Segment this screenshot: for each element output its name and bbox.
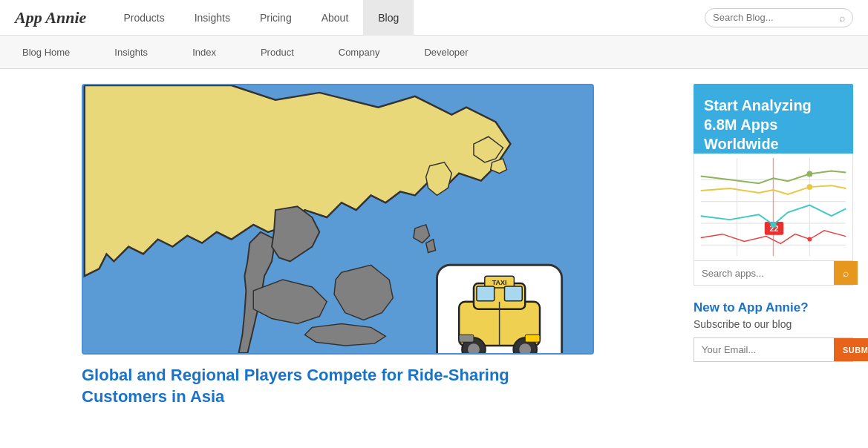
blog-search-wrapper: ⌕ bbox=[705, 8, 853, 27]
top-navigation: App Annie Products Insights Pricing Abou… bbox=[0, 0, 868, 36]
svg-point-25 bbox=[806, 184, 812, 190]
sec-nav-product[interactable]: Product bbox=[253, 47, 301, 58]
svg-text:TAXI: TAXI bbox=[492, 279, 507, 286]
sec-nav-insights[interactable]: Insights bbox=[107, 47, 155, 58]
sidebar-chart: 22 bbox=[694, 154, 853, 261]
nav-links: Products Insights Pricing About Blog bbox=[108, 0, 705, 36]
new-to-section: New to App Annie? Subscribe to our blog … bbox=[694, 300, 853, 362]
app-annie-logo[interactable]: App Annie bbox=[15, 8, 86, 27]
search-icon: ⌕ bbox=[839, 12, 845, 24]
email-subscribe-wrapper: SUBMIT bbox=[694, 337, 853, 362]
sidebar-cta-title: Start Analyzing 6.8M Apps Worldwide bbox=[704, 96, 843, 154]
sidebar-cta: Start Analyzing 6.8M Apps Worldwide bbox=[694, 84, 853, 154]
sec-nav-index[interactable]: Index bbox=[185, 47, 223, 58]
search-apps-input[interactable] bbox=[694, 261, 834, 285]
svg-rect-13 bbox=[525, 335, 540, 342]
sec-nav-developer[interactable]: Developer bbox=[417, 47, 475, 58]
new-to-title: New to App Annie? bbox=[694, 300, 853, 315]
article-section: TAXI Global and Regional Players Compete… bbox=[82, 84, 679, 407]
sidebar: Start Analyzing 6.8M Apps Worldwide 22 bbox=[694, 84, 853, 407]
nav-about[interactable]: About bbox=[307, 0, 364, 36]
svg-point-26 bbox=[771, 222, 777, 228]
svg-point-24 bbox=[806, 171, 812, 177]
svg-rect-7 bbox=[505, 286, 523, 301]
blog-search-input[interactable] bbox=[713, 12, 839, 23]
svg-rect-6 bbox=[477, 286, 495, 301]
nav-insights[interactable]: Insights bbox=[180, 0, 245, 36]
search-apps-button[interactable]: ⌕ bbox=[834, 261, 858, 285]
submit-button[interactable]: SUBMIT bbox=[834, 338, 868, 361]
nav-products[interactable]: Products bbox=[108, 0, 179, 36]
sec-nav-blog-home[interactable]: Blog Home bbox=[15, 47, 77, 58]
nav-pricing[interactable]: Pricing bbox=[245, 0, 307, 36]
secondary-navigation: Blog Home Insights Index Product Company… bbox=[0, 36, 868, 69]
sec-nav-company[interactable]: Company bbox=[331, 47, 388, 58]
search-apps-wrapper: ⌕ bbox=[694, 261, 853, 286]
main-content: TAXI Global and Regional Players Compete… bbox=[0, 69, 868, 422]
svg-point-27 bbox=[807, 237, 812, 242]
article-hero-image[interactable]: TAXI bbox=[82, 84, 594, 355]
subscribe-text: Subscribe to our blog bbox=[694, 318, 853, 330]
article-title[interactable]: Global and Regional Players Compete for … bbox=[82, 365, 594, 407]
svg-rect-12 bbox=[459, 335, 474, 342]
email-input[interactable] bbox=[694, 338, 834, 361]
nav-blog[interactable]: Blog bbox=[363, 0, 414, 36]
